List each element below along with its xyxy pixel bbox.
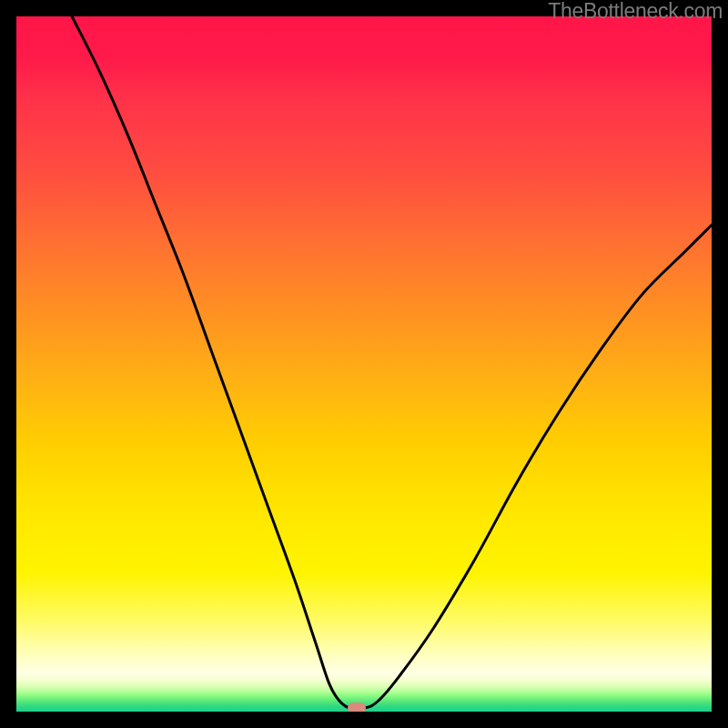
plot-area: [16, 16, 712, 712]
bottleneck-curve: [16, 16, 712, 712]
attribution-label: TheBottleneck.com: [548, 0, 723, 22]
chart-frame: TheBottleneck.com: [0, 0, 728, 728]
curve-path: [72, 16, 712, 709]
minimum-marker: [348, 703, 366, 712]
